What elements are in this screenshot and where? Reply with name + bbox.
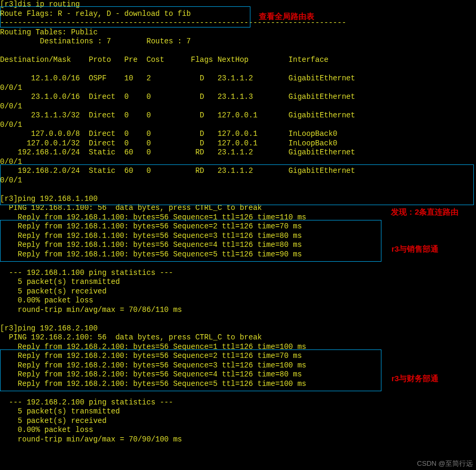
routing-row: 192.168.1.0/24 Static 60 0 RD 23.1.1.2 G… xyxy=(0,148,355,156)
routing-counts: Destinations : 7 Routes : 7 xyxy=(0,37,191,45)
annotation-finance: r3与财务部通 xyxy=(391,374,438,384)
ping1-stats: round-trip min/avg/max = 70/86/110 ms xyxy=(0,306,182,314)
routing-row: 127.0.0.0/8 Direct 0 0 D 127.0.0.1 InLoo… xyxy=(0,130,338,138)
routing-row: 23.1.0.0/16 Direct 0 0 D 23.1.1.3 Gigabi… xyxy=(0,93,355,101)
ping1-stats: --- 192.168.1.100 ping statistics --- xyxy=(0,269,173,277)
ping2-reply: Reply from 192.168.2.100: bytes=56 Seque… xyxy=(0,370,302,379)
ping1-reply: Reply from 192.168.1.100: bytes=56 Seque… xyxy=(0,250,302,259)
cmd-ping1: [r3]ping 192.168.1.100 xyxy=(0,195,98,203)
routing-row: 127.0.0.1/32 Direct 0 0 D 127.0.0.1 InLo… xyxy=(0,139,338,148)
annotation-sales: r3与销售部通 xyxy=(391,244,438,254)
cmd-dis-routing: [r3]dis ip routing xyxy=(0,0,80,8)
terminal-screen[interactable]: [r3]dis ip routing Route Flags: R - rela… xyxy=(0,0,476,470)
routing-title: Routing Tables: Public xyxy=(0,28,98,36)
ping2-stats: --- 192.168.2.100 ping statistics --- xyxy=(0,398,173,407)
ping1-reply: Reply from 192.168.1.100: bytes=56 Seque… xyxy=(0,222,302,231)
routing-row: 12.1.0.0/16 OSPF 10 2 D 23.1.1.2 Gigabit… xyxy=(0,74,355,82)
routing-row: 192.168.2.0/24 Static 60 0 RD 23.1.1.2 G… xyxy=(0,167,355,175)
ping2-head: PING 192.168.2.100: 56 data bytes, press… xyxy=(0,333,262,342)
annotation-view-routing-table: 查看全局路由表 xyxy=(259,12,314,22)
ping2-stats: 0.00% packet loss xyxy=(0,426,93,434)
routing-row: 0/0/1 xyxy=(0,158,22,166)
ping2-reply: Reply from 192.168.2.100: bytes=56 Seque… xyxy=(0,380,306,388)
ping1-stats: 5 packet(s) received xyxy=(0,287,107,296)
route-flags-line: Route Flags: R - relay, D - download to … xyxy=(0,10,191,18)
annotation-static-routes: 发现：2条直连路由 xyxy=(391,207,459,217)
ping1-stats: 0.00% packet loss xyxy=(0,296,93,305)
ping2-stats: round-trip min/avg/max = 70/90/100 ms xyxy=(0,435,182,444)
routing-row: 0/0/1 xyxy=(0,102,22,110)
routing-row: 0/0/1 xyxy=(0,84,22,92)
ping2-reply: Reply from 192.168.2.100: bytes=56 Seque… xyxy=(0,343,306,351)
routing-row: 23.1.1.3/32 Direct 0 0 D 127.0.0.1 Gigab… xyxy=(0,111,355,119)
ping2-stats: 5 packet(s) received xyxy=(0,417,107,425)
ping2-stats: 5 packet(s) transmitted xyxy=(0,407,120,416)
ping1-reply: Reply from 192.168.1.100: bytes=56 Seque… xyxy=(0,241,302,249)
ping2-reply: Reply from 192.168.2.100: bytes=56 Seque… xyxy=(0,361,306,370)
routing-row: 0/0/1 xyxy=(0,176,22,185)
routing-row: 0/0/1 xyxy=(0,121,22,129)
routing-header: Destination/Mask Proto Pre Cost Flags Ne… xyxy=(0,56,329,64)
ping1-reply: Reply from 192.168.1.100: bytes=56 Seque… xyxy=(0,213,306,222)
ping1-head: PING 192.168.1.100: 56 data bytes, press… xyxy=(0,204,262,212)
ping2-reply: Reply from 192.168.2.100: bytes=56 Seque… xyxy=(0,352,302,360)
ping1-stats: 5 packet(s) transmitted xyxy=(0,278,120,286)
watermark: CSDN @至简行远 xyxy=(417,459,473,468)
cmd-ping2: [r3]ping 192.168.2.100 xyxy=(0,324,98,333)
ping1-reply: Reply from 192.168.1.100: bytes=56 Seque… xyxy=(0,232,302,240)
